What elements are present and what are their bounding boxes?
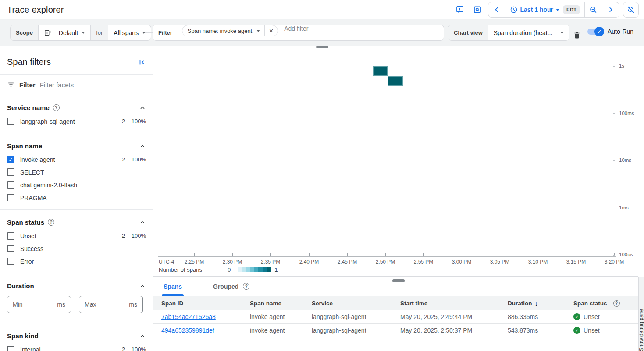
checkbox-checked[interactable] [7,156,14,163]
auto-run-control: Auto-Run [587,28,633,35]
x-tick [423,253,424,256]
x-tick [232,253,233,256]
feedback-button[interactable] [453,3,467,17]
chevron-down-icon [560,32,564,34]
sidebar-header: Span filters [0,50,153,75]
x-tick [347,253,348,256]
checkbox[interactable] [7,181,14,189]
duration-min-input[interactable] [13,301,52,308]
timezone-badge[interactable]: EDT [563,5,580,14]
zoom-out-icon [589,6,598,14]
filter-chip-remove-button[interactable]: ✕ [264,25,278,36]
add-filter-input[interactable]: Add filter [284,25,308,40]
checkbox[interactable] [7,258,14,265]
facet-item: Error [7,255,146,268]
cell-span-status: Unset [573,313,638,320]
checkbox[interactable] [7,245,14,252]
trace-explorer-app: Trace explorer [0,0,644,351]
chart-view-dropdown[interactable]: Span duration (heat... [488,25,569,40]
checkbox[interactable] [7,168,14,176]
checkbox[interactable] [7,194,14,201]
span-filters-sidebar: Span filters Filter Filter facets Servic… [0,50,153,351]
zoom-out-button[interactable] [584,2,602,17]
chevron-up-icon[interactable] [139,104,146,111]
col-duration-label: Duration [508,300,532,307]
auto-run-toggle[interactable] [587,29,603,35]
section-span-kind: Span kind Internal 2 100% [0,323,153,351]
x-tick [385,253,386,256]
time-forward-button[interactable] [602,2,619,17]
horizontal-resize-handle[interactable] [316,46,328,48]
chevron-up-icon[interactable] [139,143,146,150]
cell-duration: 543.873ms [508,327,573,334]
chevron-up-icon[interactable] [139,219,146,226]
toolbar-connector [145,32,153,33]
auto-run-label: Auto-Run [608,28,633,35]
table-row[interactable]: 7ab154ac271526a8 invoke agent langgraph-… [153,310,638,324]
chevron-right-icon [607,6,615,14]
x-tick [538,253,538,256]
filter-label: Filter [153,25,178,40]
tab-grouped[interactable]: Grouped [210,277,242,296]
x-axis-label: 3:20 PM [605,259,624,265]
duration-max-input[interactable] [85,301,124,308]
facet-filter-row: Filter Filter facets [0,75,153,95]
help-icon[interactable] [48,219,54,226]
table-row[interactable]: 494a652359891def invoke agent langgraph-… [153,324,638,337]
col-span-status[interactable]: Span status [573,300,638,307]
time-range-label: Last 1 hour [520,6,553,13]
legend-color-scale [234,267,271,272]
chevron-up-icon[interactable] [139,283,146,290]
zoom-disabled-button[interactable] [623,2,639,18]
panel-collapse-icon[interactable] [138,58,146,66]
sidebar-title: Span filters [7,57,51,67]
legend-min: 0 [228,266,231,273]
show-debug-panel-tab[interactable]: Show debug panel [638,277,644,351]
delete-query-button[interactable] [570,28,584,42]
for-label: for [90,25,108,40]
span-id-link[interactable]: 494a652359891def [161,327,214,334]
page-title: Trace explorer [7,5,64,15]
checkbox[interactable] [7,346,14,351]
col-duration[interactable]: Duration ↓ [508,300,573,307]
duration-min-field[interactable]: ms [7,296,71,313]
col-span-id[interactable]: Span ID [161,300,250,307]
col-span-name[interactable]: Span name [250,300,312,307]
chevron-up-icon[interactable] [139,333,146,340]
x-tick [309,253,310,256]
col-service[interactable]: Service [312,300,400,307]
close-icon: ✕ [269,28,274,34]
cell-start-time: May 20, 2025, 2:49:44 PM [400,313,508,320]
x-axis-label: 3:00 PM [452,259,472,265]
facet-label: Unset [20,233,112,240]
cell-span-status: Unset [573,327,638,334]
cell-service: langgraph-sql-agent [312,313,400,320]
heatmap-cell[interactable] [388,76,403,86]
tab-spans[interactable]: Spans [160,277,185,296]
tab-label: Grouped [213,283,238,290]
span-id-link[interactable]: 7ab154ac271526a8 [161,313,216,320]
scope-dropdown[interactable]: _Default [38,25,90,40]
facet-label: langgraph-sql-agent [20,118,112,125]
screen-search-button[interactable] [470,3,484,17]
y-axis-label: 100ms [619,111,634,116]
col-start-time[interactable]: Start time [400,300,508,307]
time-range-selector[interactable]: Last 1 hour EDT [505,2,584,17]
y-axis-label: 1s [619,63,624,68]
checkbox[interactable] [7,232,14,240]
filter-chip[interactable]: Span name: invoke agent ✕ [182,25,278,36]
check-icon [573,313,580,320]
help-icon[interactable] [613,300,620,307]
chart-view-label: Chart view [448,25,488,40]
scope-control: Scope _Default for All spans [10,25,151,41]
help-icon[interactable] [53,104,60,111]
heatmap-cell[interactable] [373,66,388,76]
duration-max-field[interactable]: ms [79,296,143,313]
help-icon[interactable] [243,283,249,290]
chevron-left-icon [493,6,501,14]
facet-filter-input[interactable]: Filter facets [40,81,74,89]
chevron-down-icon [256,30,260,32]
facet-label: SELECT [20,169,146,176]
checkbox[interactable] [7,118,14,125]
time-back-button[interactable] [488,2,505,17]
